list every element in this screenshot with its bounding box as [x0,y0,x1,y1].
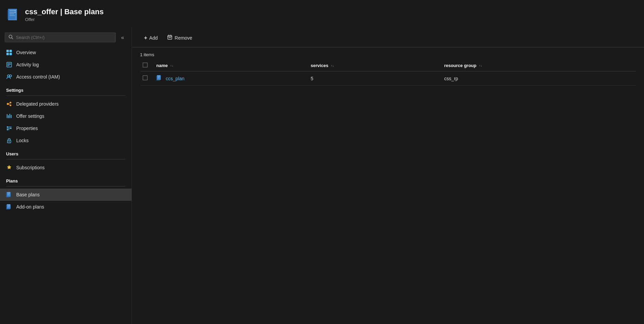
svg-rect-13 [7,63,11,64]
sidebar-label-delegated-providers: Delegated providers [16,101,59,107]
row-name-cell: ccs_plan [152,71,307,86]
col-header-name[interactable]: name ↑↓ [152,60,307,71]
sidebar-item-addon-plans[interactable]: Add-on plans [0,201,132,213]
sidebar-label-activity-log: Activity log [16,62,39,67]
section-users-divider [6,159,125,159]
sidebar: « Overview [0,27,132,324]
svg-rect-26 [11,115,12,118]
sidebar-item-locks[interactable]: Locks [0,134,132,147]
sidebar-label-addon-plans: Add-on plans [16,204,44,210]
col-resource-group-sort-icon[interactable]: ↑↓ [479,64,482,67]
svg-line-7 [12,38,13,39]
search-box[interactable] [5,33,116,42]
row-name-content: ccs_plan [156,75,303,82]
search-row: « [0,30,132,46]
properties-icon [6,125,12,131]
page-title: css_offer | Base plans [25,7,104,16]
select-all-checkbox[interactable] [143,63,147,67]
addon-plans-icon [6,204,12,210]
section-plans-divider [6,186,125,187]
svg-point-20 [10,105,12,106]
svg-point-19 [10,102,12,104]
sidebar-item-subscriptions[interactable]: Subscriptions [0,161,132,174]
svg-point-32 [7,129,8,130]
select-all-header[interactable] [140,60,152,71]
svg-rect-23 [7,114,7,118]
svg-point-17 [9,75,12,77]
add-button[interactable]: + Add [140,33,162,43]
sidebar-label-access-control: Access control (IAM) [16,74,60,80]
svg-line-21 [9,103,10,104]
data-table: name ↑↓ services ↑↓ resource group ↑↓ [140,60,636,86]
svg-rect-24 [8,115,9,118]
header-text: css_offer | Base plans Offer [25,7,104,22]
page-header: css_offer | Base plans Offer [0,0,644,27]
sidebar-item-activity-log[interactable]: Activity log [0,59,132,71]
subscriptions-icon [6,165,12,171]
sidebar-label-subscriptions: Subscriptions [16,165,45,170]
col-header-resource-group[interactable]: resource group ↑↓ [440,60,636,71]
access-control-icon [6,74,12,80]
svg-rect-25 [9,114,10,118]
row-item-icon [156,75,162,82]
table-row[interactable]: ccs_plan 5 css_rp [140,71,636,86]
section-plans-label: Plans [0,174,132,185]
toolbar: + Add Remove [132,27,644,47]
content-area: + Add Remove 1 items [132,27,644,324]
svg-rect-44 [6,205,10,210]
svg-rect-9 [9,50,12,52]
svg-rect-11 [9,53,12,55]
section-settings-divider [6,95,125,96]
col-services-sort-icon[interactable]: ↑↓ [331,64,334,67]
svg-rect-15 [7,65,9,66]
row-checkbox[interactable] [143,75,147,80]
svg-rect-39 [6,193,10,197]
remove-button[interactable]: Remove [163,33,196,43]
sidebar-item-overview[interactable]: Overview [0,46,132,59]
row-resource-group-cell: css_rp [440,71,636,86]
svg-rect-14 [7,64,11,65]
col-name-label: name [156,63,168,68]
svg-point-18 [7,103,9,105]
table-header: name ↑↓ services ↑↓ resource group ↑↓ [140,60,636,71]
sidebar-label-offer-settings: Offer settings [16,113,44,119]
svg-rect-5 [7,10,15,19]
svg-rect-54 [156,76,160,81]
col-services-label: services [311,63,328,68]
add-icon: + [144,35,147,41]
section-users-label: Users [0,147,132,158]
col-resource-group-label: resource group [444,63,476,68]
col-header-services[interactable]: services ↑↓ [307,60,440,71]
main-layout: « Overview [0,27,644,324]
sidebar-item-base-plans[interactable]: Base plans [0,189,132,201]
activity-log-icon [6,62,12,68]
sidebar-label-overview: Overview [16,50,36,55]
page-icon [7,8,20,21]
sidebar-label-properties: Properties [16,126,38,131]
svg-rect-10 [6,53,9,55]
sidebar-item-properties[interactable]: Properties [0,122,132,134]
section-settings-label: Settings [0,83,132,94]
row-checkbox-cell[interactable] [140,71,152,86]
sidebar-label-locks: Locks [16,138,29,143]
page-subtitle: Offer [25,17,104,22]
items-count: 1 items [132,47,644,60]
sidebar-label-base-plans: Base plans [16,192,40,197]
row-name-link[interactable]: ccs_plan [166,76,184,81]
locks-icon [6,137,12,144]
collapse-button[interactable]: « [118,33,127,42]
sidebar-item-access-control[interactable]: Access control (IAM) [0,71,132,83]
sidebar-item-offer-settings[interactable]: Offer settings [0,110,132,122]
remove-icon [167,35,172,41]
search-input[interactable] [16,35,112,40]
delegated-icon [6,101,12,107]
svg-line-22 [9,104,10,105]
table-body: ccs_plan 5 css_rp [140,71,636,86]
sidebar-item-delegated-providers[interactable]: Delegated providers [0,98,132,110]
col-name-sort-icon[interactable]: ↑↓ [170,64,174,67]
overview-icon [6,49,12,56]
svg-rect-8 [6,50,9,52]
search-icon [8,35,13,40]
offer-settings-icon [6,113,12,119]
remove-label: Remove [175,35,192,41]
